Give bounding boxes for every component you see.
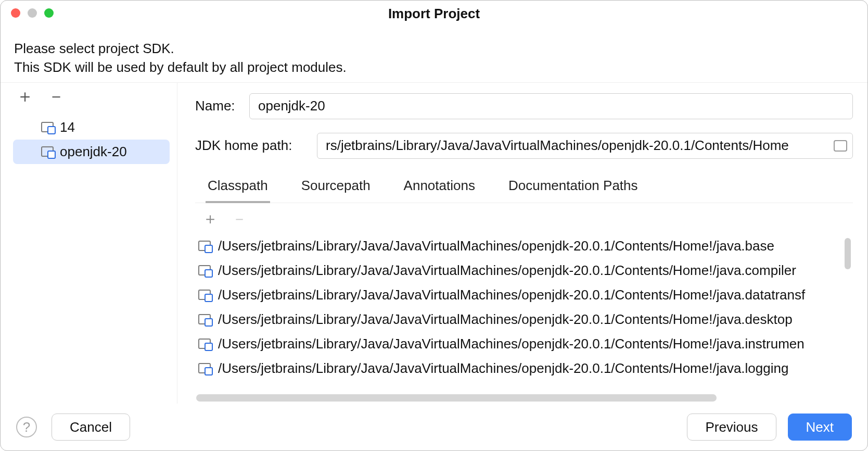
tab-classpath[interactable]: Classpath: [206, 178, 270, 203]
close-window-button[interactable]: [11, 8, 20, 18]
intro-text: Please select project SDK. This SDK will…: [1, 27, 867, 82]
classpath-entry-path: /Users/jetbrains/Library/Java/JavaVirtua…: [218, 336, 805, 352]
next-button[interactable]: Next: [788, 414, 852, 441]
classpath-entry[interactable]: /Users/jetbrains/Library/Java/JavaVirtua…: [195, 283, 853, 307]
sdk-item-label: openjdk-20: [60, 144, 127, 160]
sdk-folder-icon: [41, 146, 54, 157]
tab-documentation-paths[interactable]: Documentation Paths: [506, 178, 640, 203]
add-sdk-button[interactable]: ＋: [16, 87, 34, 105]
tab-sourcepath[interactable]: Sourcepath: [299, 178, 373, 203]
sdk-item[interactable]: openjdk-20: [13, 140, 170, 164]
cancel-button[interactable]: Cancel: [52, 414, 130, 441]
tab-annotations[interactable]: Annotations: [402, 178, 477, 203]
intro-line-2: This SDK will be used by default by all …: [14, 58, 854, 77]
previous-button[interactable]: Previous: [687, 414, 776, 441]
name-row: Name:: [195, 93, 853, 119]
browse-folder-icon[interactable]: [834, 140, 847, 152]
jdk-home-path-field[interactable]: rs/jetbrains/Library/Java/JavaVirtualMac…: [317, 133, 853, 159]
minimize-window-button[interactable]: [28, 8, 37, 18]
window-title: Import Project: [1, 6, 867, 22]
module-folder-icon: [198, 314, 211, 324]
classpath-tools: ＋ －: [195, 203, 853, 234]
path-row: JDK home path: rs/jetbrains/Library/Java…: [195, 133, 853, 159]
module-folder-icon: [198, 339, 211, 349]
sdk-item[interactable]: 14: [13, 115, 170, 140]
classpath-list: /Users/jetbrains/Library/Java/JavaVirtua…: [195, 234, 853, 404]
zoom-window-button[interactable]: [44, 8, 54, 18]
module-folder-icon: [198, 363, 211, 373]
window-controls: [11, 8, 54, 18]
help-button[interactable]: ?: [16, 417, 37, 437]
horizontal-scrollbar[interactable]: [196, 394, 717, 402]
path-label: JDK home path:: [195, 137, 304, 154]
import-project-dialog: Import Project Please select project SDK…: [0, 0, 868, 451]
titlebar: Import Project: [1, 1, 867, 27]
sdk-list-tools: ＋ －: [1, 83, 177, 112]
jdk-home-path-text: rs/jetbrains/Library/Java/JavaVirtualMac…: [326, 137, 829, 154]
sdk-folder-icon: [41, 122, 54, 132]
dialog-footer: ? Cancel Previous Next: [1, 404, 867, 450]
classpath-entry[interactable]: /Users/jetbrains/Library/Java/JavaVirtua…: [195, 258, 853, 283]
sdk-sidebar: ＋ － 14openjdk-20: [1, 83, 177, 404]
remove-sdk-button[interactable]: －: [47, 87, 65, 105]
sdk-list: 14openjdk-20: [1, 112, 177, 164]
module-folder-icon: [198, 265, 211, 275]
classpath-entry-path: /Users/jetbrains/Library/Java/JavaVirtua…: [218, 360, 788, 377]
classpath-entry[interactable]: /Users/jetbrains/Library/Java/JavaVirtua…: [195, 234, 853, 258]
dialog-body: ＋ － 14openjdk-20 Name: JDK home path: rs…: [1, 82, 867, 404]
add-classpath-button[interactable]: ＋: [202, 208, 218, 230]
classpath-entry-path: /Users/jetbrains/Library/Java/JavaVirtua…: [218, 238, 774, 254]
sdk-name-input[interactable]: [249, 93, 853, 119]
name-label: Name:: [195, 98, 237, 114]
classpath-entry-path: /Users/jetbrains/Library/Java/JavaVirtua…: [218, 262, 796, 279]
remove-classpath-button[interactable]: －: [232, 208, 247, 230]
classpath-list-wrap: /Users/jetbrains/Library/Java/JavaVirtua…: [195, 234, 853, 404]
sdk-tabs: ClasspathSourcepathAnnotationsDocumentat…: [195, 172, 853, 203]
classpath-entry-path: /Users/jetbrains/Library/Java/JavaVirtua…: [218, 287, 805, 303]
vertical-scrollbar[interactable]: [845, 238, 851, 269]
sdk-detail-panel: Name: JDK home path: rs/jetbrains/Librar…: [177, 83, 867, 404]
classpath-entry[interactable]: /Users/jetbrains/Library/Java/JavaVirtua…: [195, 332, 853, 356]
module-folder-icon: [198, 241, 211, 251]
classpath-entry-path: /Users/jetbrains/Library/Java/JavaVirtua…: [218, 311, 793, 328]
intro-line-1: Please select project SDK.: [14, 39, 854, 58]
classpath-entry[interactable]: /Users/jetbrains/Library/Java/JavaVirtua…: [195, 356, 853, 381]
sdk-item-label: 14: [60, 119, 75, 135]
classpath-entry[interactable]: /Users/jetbrains/Library/Java/JavaVirtua…: [195, 307, 853, 332]
module-folder-icon: [198, 290, 211, 300]
